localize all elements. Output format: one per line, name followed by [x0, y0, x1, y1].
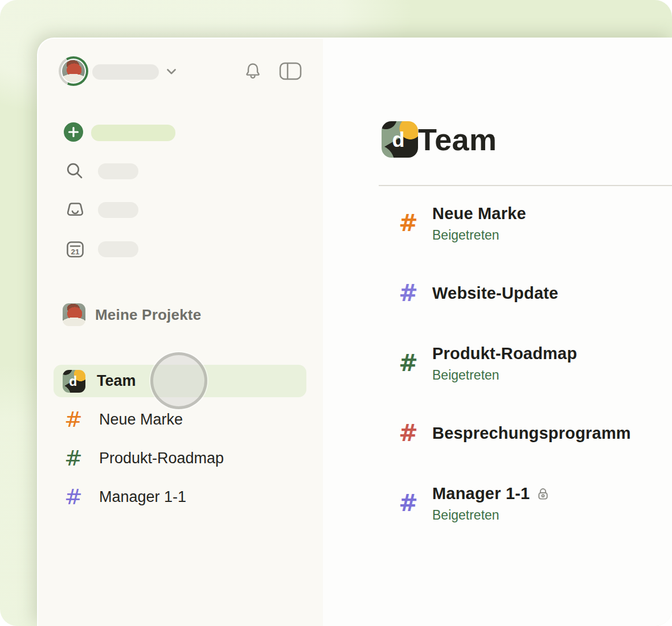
sidebar-item-produkt-roadmap[interactable]: # Produkt-Roadmap: [64, 442, 303, 474]
hash-icon: #: [398, 420, 419, 446]
calendar-icon[interactable]: 21: [65, 240, 85, 259]
hash-icon: #: [398, 280, 419, 306]
sidebar-item-label: Neue Marke: [99, 411, 183, 429]
channel-name: Neue Marke: [432, 203, 526, 224]
sidebar-item-label: Team: [97, 372, 136, 390]
channel-status: Beigetreten: [432, 227, 526, 243]
user-avatar[interactable]: [59, 56, 88, 86]
channel-name: Website-Update: [432, 283, 558, 303]
search-icon[interactable]: [65, 162, 85, 181]
logo-letter: d: [392, 128, 404, 152]
channel-row-neue-marke[interactable]: # Neue Marke Beigetreten: [398, 203, 655, 243]
calendar-label-placeholder: [98, 241, 138, 257]
avatar-ring-gap: [61, 59, 86, 84]
hash-icon: #: [64, 484, 83, 509]
app-window: 21 Meine Projekte d Team # Neue Marke #: [37, 38, 672, 626]
add-button[interactable]: [64, 122, 83, 142]
channel-name: Besprechungsprogramm: [432, 423, 631, 443]
channel-status: Beigetreten: [432, 507, 550, 523]
sidebar: 21 Meine Projekte d Team # Neue Marke #: [38, 39, 323, 626]
search-label-placeholder: [98, 163, 138, 179]
hash-icon: #: [64, 446, 83, 471]
projects-header-label: Meine Projekte: [95, 306, 201, 324]
calendar-day-label: 21: [71, 248, 80, 256]
header-divider: [379, 185, 672, 186]
projects-avatar: [63, 303, 85, 326]
add-label-placeholder: [91, 125, 175, 141]
inbox-label-placeholder: [98, 202, 138, 218]
split-view-icon[interactable]: [278, 61, 302, 81]
hash-icon: #: [398, 210, 419, 236]
main-content: d Team # Neue Marke Beigetreten #: [323, 39, 672, 626]
sidebar-item-neue-marke[interactable]: # Neue Marke: [64, 403, 303, 435]
chevron-down-icon[interactable]: [163, 64, 179, 80]
sidebar-item-manager-1-1[interactable]: # Manager 1-1: [64, 481, 303, 513]
channel-row-manager-1-1[interactable]: # Manager 1-1 Be: [398, 483, 655, 523]
sidebar-item-label: Produkt-Roadmap: [99, 450, 224, 467]
team-logo-icon: d: [63, 370, 85, 393]
sidebar-item-team[interactable]: d Team: [54, 365, 306, 397]
channel-row-produkt-roadmap[interactable]: # Produkt-Roadmap Beigetreten: [398, 343, 655, 383]
projects-section-header: Meine Projekte: [63, 303, 201, 326]
hash-icon: #: [64, 407, 83, 432]
page-title: Team: [418, 122, 497, 157]
channel-row-website-update[interactable]: # Website-Update: [398, 280, 655, 306]
avatar-photo: [62, 60, 85, 83]
channel-name: Produkt-Roadmap: [432, 343, 577, 364]
sidebar-item-label: Manager 1-1: [99, 488, 186, 506]
channel-row-besprechungsprogramm[interactable]: # Besprechungsprogramm: [398, 420, 655, 446]
hash-icon: #: [398, 350, 419, 376]
channel-name: Manager 1-1: [432, 483, 530, 504]
team-logo-icon: d: [382, 121, 418, 158]
app-background: 21 Meine Projekte d Team # Neue Marke #: [0, 0, 672, 626]
username-placeholder: [92, 64, 159, 80]
lock-icon: [536, 486, 550, 501]
channel-list: # Neue Marke Beigetreten # Website-Updat…: [398, 203, 655, 560]
channel-status: Beigetreten: [432, 367, 577, 383]
plus-icon: [68, 126, 79, 138]
hash-icon: #: [398, 490, 419, 516]
inbox-icon[interactable]: [65, 200, 85, 220]
team-header: d Team: [382, 121, 497, 158]
bell-icon[interactable]: [242, 60, 264, 82]
logo-letter: d: [69, 374, 77, 389]
